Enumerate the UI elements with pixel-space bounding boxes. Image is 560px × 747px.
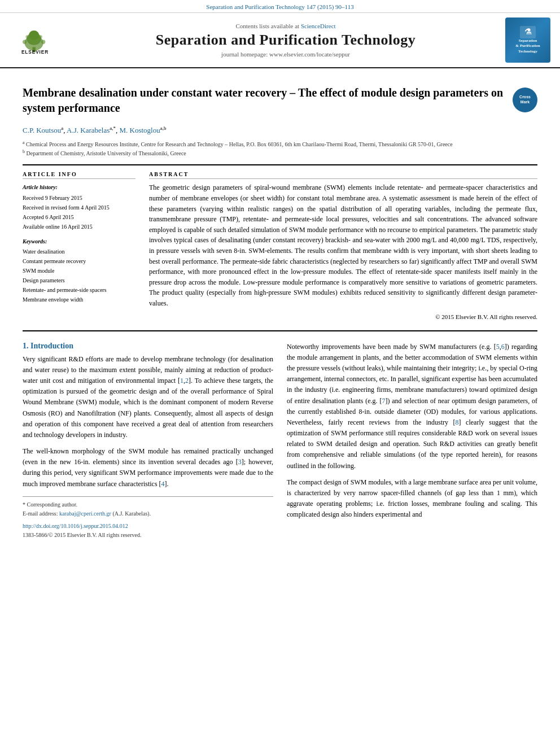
ref-5[interactable]: 5 xyxy=(496,343,500,351)
article-body: 1. Introduction Very significant R&D eff… xyxy=(23,342,537,551)
keyword-4: Design parameters xyxy=(23,276,135,285)
crossmark-badge: Cross Mark xyxy=(513,88,537,112)
elsevier-logo-area: ELSEVIER xyxy=(7,18,69,63)
footnote-corresponding: * Corresponding author. xyxy=(23,500,273,509)
revised-date: Received in revised form 4 April 2015 xyxy=(23,204,110,211)
svg-text:⚗: ⚗ xyxy=(524,28,532,36)
keyword-1: Water desalination xyxy=(23,247,135,256)
history-heading: Article history: xyxy=(23,182,135,192)
journal-header: ELSEVIER Contents lists available at Sci… xyxy=(0,13,560,68)
keywords-heading: Keywords: xyxy=(23,238,135,244)
svg-point-4 xyxy=(29,30,39,40)
journal-badge-area: ⚗ Separation& PurificationTechnology xyxy=(502,18,553,63)
body-para-3: Noteworthy improvements have been made b… xyxy=(287,342,537,471)
svg-point-6 xyxy=(41,40,45,43)
affiliation-1: a Chemical Process and Energy Resources … xyxy=(23,139,537,148)
article-title: Membrane desalination under constant wat… xyxy=(23,85,504,116)
svg-text:ELSEVIER: ELSEVIER xyxy=(21,50,49,55)
ref-6[interactable]: 6 xyxy=(501,343,505,351)
elsevier-logo-svg: ELSEVIER xyxy=(7,25,63,56)
ref-4[interactable]: 4 xyxy=(161,480,165,488)
abstract-col: Abstract The geometric design parameters… xyxy=(149,171,537,320)
journal-title: Separation and Purification Technology xyxy=(156,32,415,49)
doi-link[interactable]: http://dx.doi.org/10.1016/j.seppur.2015.… xyxy=(23,523,128,529)
footnote-email-link[interactable]: karabaj@cperi.certh.gr xyxy=(59,510,111,517)
keyword-3: SWM module xyxy=(23,266,135,276)
section-1-number: 1. Introduction xyxy=(23,342,273,351)
journal-badge: ⚗ Separation& PurificationTechnology xyxy=(505,18,550,63)
article-content: Membrane desalination under constant wat… xyxy=(0,68,560,551)
body-col-left: 1. Introduction Very significant R&D eff… xyxy=(23,342,273,540)
accepted-date: Accepted 6 April 2015 xyxy=(23,214,74,220)
ref-2[interactable]: 2 xyxy=(185,377,189,385)
abstract-copyright: © 2015 Elsevier B.V. All rights reserved… xyxy=(149,313,537,320)
journal-badge-icon: ⚗ xyxy=(520,26,536,38)
body-para-4: The compact design of SWM modules, with … xyxy=(287,477,537,521)
article-info-col: Article Info Article history: Received 9… xyxy=(23,171,135,320)
footnote-issn: 1383-5866/© 2015 Elsevier B.V. All right… xyxy=(23,531,273,540)
ref-1[interactable]: 1 xyxy=(180,377,183,385)
journal-top-bar: Separation and Purification Technology 1… xyxy=(0,0,560,13)
crossmark-circle: Cross Mark xyxy=(513,88,537,112)
authors-line: C.P. Koutsoua, A.J. Karabelasa,*, M. Kos… xyxy=(23,125,537,136)
article-title-text: Membrane desalination under constant wat… xyxy=(23,85,504,116)
author-1[interactable]: C.P. Koutsou xyxy=(23,126,61,134)
footnote-email: E-mail address: karabaj@cperi.certh.gr (… xyxy=(23,509,273,518)
available-date: Available online 16 April 2015 xyxy=(23,224,93,230)
abstract-text: The geometric design parameters of spira… xyxy=(149,182,537,308)
abstract-heading: Abstract xyxy=(149,171,537,179)
body-col-right: Noteworthy improvements have been made b… xyxy=(287,342,537,540)
affiliations: a Chemical Process and Energy Resources … xyxy=(23,139,537,158)
svg-point-5 xyxy=(23,40,27,43)
keyword-6: Membrane envelope width xyxy=(23,295,135,304)
body-para-2: The well-known morphology of the SWM mod… xyxy=(23,446,273,490)
keywords-section: Keywords: Water desalination Constant pe… xyxy=(23,238,135,304)
info-abstract-cols: Article Info Article history: Received 9… xyxy=(23,171,537,320)
svg-text:Cross: Cross xyxy=(519,95,531,99)
keyword-2: Constant permeate recovery xyxy=(23,256,135,266)
body-para-1: Very significant R&D efforts are made to… xyxy=(23,354,273,441)
header-divider xyxy=(23,164,537,165)
author-2[interactable]: A.J. Karabelas xyxy=(67,126,110,134)
article-title-section: Membrane desalination under constant wat… xyxy=(23,85,537,120)
science-direct-link[interactable]: ScienceDirect xyxy=(301,23,336,29)
article-info-heading: Article Info xyxy=(23,171,135,179)
journal-homepage: journal homepage: www.elsevier.com/locat… xyxy=(221,51,350,58)
section-divider xyxy=(23,330,537,331)
ref-3[interactable]: 3 xyxy=(238,458,242,466)
ref-7[interactable]: 7 xyxy=(382,397,385,405)
footnote-doi: http://dx.doi.org/10.1016/j.seppur.2015.… xyxy=(23,522,273,531)
svg-text:Mark: Mark xyxy=(520,100,530,104)
science-direct-line: Contents lists available at ScienceDirec… xyxy=(235,23,335,29)
journal-header-center: Contents lists available at ScienceDirec… xyxy=(76,18,496,63)
affiliation-2: b Department of Chemistry, Aristotle Uni… xyxy=(23,148,537,158)
footnote-area: * Corresponding author. E-mail address: … xyxy=(23,496,273,540)
svg-point-7 xyxy=(26,35,29,38)
svg-point-8 xyxy=(39,35,42,38)
ref-8[interactable]: 8 xyxy=(456,418,459,426)
article-history: Article history: Received 9 February 201… xyxy=(23,182,135,231)
received-date: Received 9 February 2015 xyxy=(23,195,82,201)
author-3[interactable]: M. Kostoglou xyxy=(120,126,160,134)
keyword-5: Retentate- and permeate-side spacers xyxy=(23,285,135,295)
